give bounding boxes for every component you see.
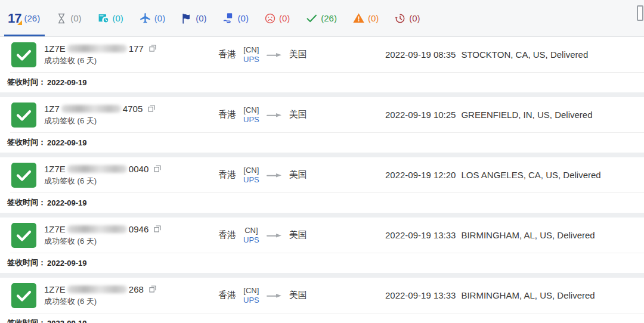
route: 香港 [CN] UPS 美国 <box>204 105 371 124</box>
tracking-number-suffix: 177 <box>129 44 144 54</box>
masked-number-blur <box>67 285 127 293</box>
route-arrow-icon <box>267 172 282 179</box>
delivered-check-icon <box>11 163 36 188</box>
delivered-check-icon <box>11 283 36 308</box>
signed-time-row: 签收时间： 2022-09-19 <box>0 253 644 273</box>
origin-label: 香港 <box>218 109 236 120</box>
tab-count: (26) <box>24 13 40 23</box>
tab-count: (0) <box>279 13 290 23</box>
latest-event: 2022-09-19 12:20 LOS ANGELES, CA, US, De… <box>371 170 644 180</box>
signed-time-label: 签收时间： <box>7 77 46 88</box>
carrier-link[interactable]: UPS <box>243 235 259 245</box>
origin-label: 香港 <box>218 169 236 181</box>
tracking-number-prefix: 1Z7E <box>44 224 66 234</box>
transit-clock-icon <box>97 12 110 24</box>
carrier-stack: [CN] UPS <box>243 286 259 305</box>
status-tabbar: 17 (26) (0) (0) (0) (0) (0) (0) (26) (0)… <box>0 0 644 37</box>
route-arrow-icon <box>267 51 282 58</box>
tracking-number-suffix: 0946 <box>129 224 148 234</box>
tab-pickup[interactable]: (0) <box>139 0 165 36</box>
copy-icon[interactable] <box>148 44 157 53</box>
latest-event: 2022-09-19 13:33 BIRMINGHAM, AL, US, Del… <box>371 290 644 300</box>
tracking-number-prefix: 1Z7E <box>44 44 66 54</box>
sad-face-icon <box>264 13 276 24</box>
carrier-stack: [CN] UPS <box>243 45 259 64</box>
shipment-card: 1Z7E268 成功签收 (6 天) 香港 [CN] UPS 美国 <box>0 278 644 323</box>
masked-number-blur <box>67 165 127 173</box>
tab-exception[interactable]: (0) <box>352 0 379 36</box>
event-description: GREENFIELD, IN, US, Delivered <box>461 110 592 120</box>
carrier-stack: CN] UPS <box>243 226 259 244</box>
tracking-number-prefix: 1Z7 <box>44 104 60 114</box>
tab-not-found[interactable]: (0) <box>55 0 81 36</box>
tab-expired[interactable]: (0) <box>394 0 420 36</box>
shipment-card: 1Z7E0946 成功签收 (6 天) 香港 CN] UPS 美国 <box>0 218 644 273</box>
signed-time-date: 2022-09-19 <box>47 138 87 147</box>
masked-number-blur <box>67 45 127 52</box>
tracking-info: 1Z7E0040 成功签收 (6 天) <box>44 164 204 187</box>
shipment-card: 1Z7E177 成功签收 (6 天) 香港 [CN] UPS 美国 <box>0 37 644 92</box>
signed-time-date: 2022-09-19 <box>47 198 87 207</box>
tab-count: (0) <box>113 13 123 23</box>
tab-count: (0) <box>154 13 165 23</box>
latest-event: 2022-09-19 10:25 GREENFIELD, IN, US, Del… <box>371 110 644 120</box>
copy-icon[interactable] <box>153 224 162 234</box>
scrollbar-thumb[interactable] <box>637 5 643 21</box>
copy-icon[interactable] <box>153 164 162 173</box>
destination-label: 美国 <box>289 229 307 241</box>
tab-in-transit[interactable]: (0) <box>97 0 123 36</box>
carrier-country-label: [CN] <box>243 105 259 115</box>
tab-delivery-failed[interactable]: (0) <box>264 0 290 36</box>
status-text: 成功签收 (6 天) <box>44 236 204 247</box>
status-text: 成功签收 (6 天) <box>44 176 204 187</box>
shipment-card-main: 1Z7E177 成功签收 (6 天) 香港 [CN] UPS 美国 <box>0 37 644 72</box>
tab-arrival[interactable]: (0) <box>181 0 206 36</box>
carrier-link[interactable]: UPS <box>243 55 259 64</box>
logo-accent-triangle <box>17 20 22 25</box>
tab-out-for-delivery[interactable]: (0) <box>222 0 249 36</box>
event-time: 2022-09-19 10:25 <box>385 110 456 120</box>
delivered-check-icon <box>11 223 36 248</box>
destination-label: 美国 <box>289 49 307 60</box>
signed-time-row: 签收时间： 2022-09-19 <box>0 132 644 153</box>
check-icon <box>305 12 318 24</box>
carrier-link[interactable]: UPS <box>243 115 259 125</box>
signed-time-label: 签收时间： <box>7 318 46 323</box>
signed-time-date: 2022-09-19 <box>47 319 87 323</box>
flag-icon <box>181 13 193 24</box>
carrier-country-label: [CN] <box>243 166 259 175</box>
history-icon <box>394 13 406 24</box>
route-arrow-icon <box>267 232 282 239</box>
tracking-number-suffix: 268 <box>129 284 144 294</box>
carrier-country-label: [CN] <box>243 45 259 55</box>
carrier-link[interactable]: UPS <box>243 175 259 185</box>
tab-all[interactable]: 17 (26) <box>8 0 40 36</box>
tab-delivered[interactable]: (26) <box>305 0 337 36</box>
status-text: 成功签收 (6 天) <box>44 55 204 66</box>
latest-event: 2022-09-19 08:35 STOCKTON, CA, US, Deliv… <box>371 49 644 60</box>
destination-label: 美国 <box>289 109 307 120</box>
origin-label: 香港 <box>218 290 236 301</box>
shipment-card: 1Z7E0040 成功签收 (6 天) 香港 [CN] UPS 美国 <box>0 157 644 213</box>
masked-number-blur <box>67 225 127 233</box>
destination-label: 美国 <box>289 169 307 181</box>
copy-icon[interactable] <box>147 104 156 113</box>
status-text: 成功签收 (6 天) <box>44 116 204 126</box>
event-description: BIRMINGHAM, AL, US, Delivered <box>461 230 595 240</box>
hand-package-icon <box>222 12 235 24</box>
event-time: 2022-09-19 12:20 <box>385 170 456 180</box>
origin-label: 香港 <box>218 49 236 60</box>
route-arrow-icon <box>267 292 282 299</box>
destination-label: 美国 <box>289 290 307 301</box>
carrier-country-label: CN] <box>244 226 258 235</box>
status-text: 成功签收 (6 天) <box>44 296 204 307</box>
route-arrow-icon <box>267 111 282 119</box>
route: 香港 [CN] UPS 美国 <box>204 45 371 64</box>
tracking-info: 1Z74705 成功签收 (6 天) <box>44 104 204 126</box>
hourglass-icon <box>55 13 67 24</box>
shipment-list: 1Z7E177 成功签收 (6 天) 香港 [CN] UPS 美国 <box>0 37 644 323</box>
copy-icon[interactable] <box>148 284 157 294</box>
carrier-link[interactable]: UPS <box>243 296 259 305</box>
event-time: 2022-09-19 13:33 <box>385 230 456 240</box>
shipment-card-main: 1Z74705 成功签收 (6 天) 香港 [CN] UPS 美国 <box>0 97 644 132</box>
